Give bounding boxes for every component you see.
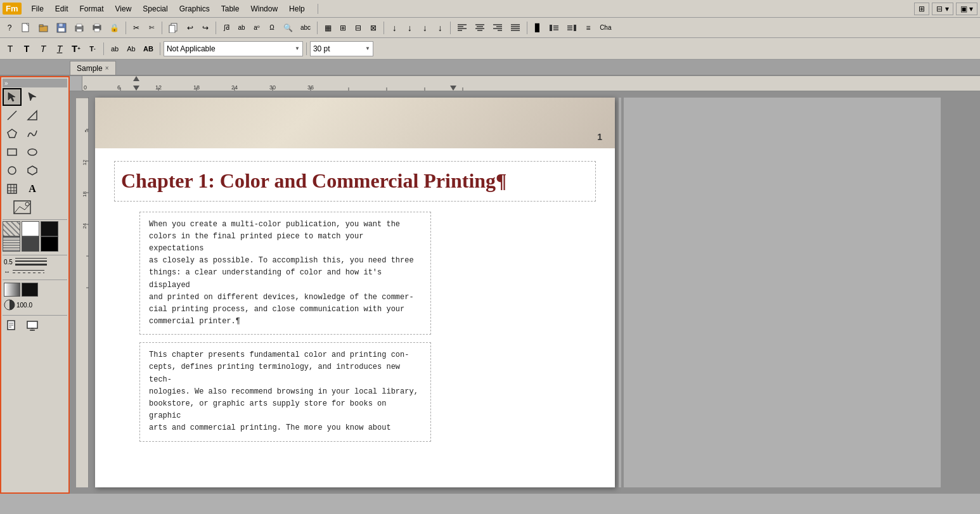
text-tool-btn[interactable]: A (23, 180, 42, 198)
fill-black-btn[interactable] (41, 221, 58, 236)
ruler-mark-18: 18 (193, 84, 200, 91)
font-size-dropdown[interactable]: 30 pt ▼ (310, 41, 373, 56)
shape-wedge-btn[interactable] (23, 106, 42, 124)
menu-window[interactable]: Window (245, 3, 283, 15)
line-tool-btn[interactable] (3, 106, 22, 124)
menu-view[interactable]: View (110, 3, 137, 15)
ellipse-tool-btn[interactable] (23, 143, 42, 161)
menu-edit[interactable]: Edit (50, 3, 74, 15)
rect-tool-btn[interactable] (3, 143, 22, 161)
document-view-btn[interactable] (3, 317, 22, 335)
select-tool-btn[interactable] (3, 88, 22, 106)
align-left-btn[interactable] (454, 20, 470, 35)
ab-lowercase-btn[interactable]: ab (107, 41, 122, 57)
t-italic-underline-btn[interactable]: T (52, 41, 67, 57)
hexagon-tool-btn[interactable] (23, 162, 42, 179)
cut-btn[interactable]: ✂ (129, 20, 143, 35)
ruler-mark-36: 36 (307, 84, 314, 91)
lock-btn[interactable]: 🔒 (106, 20, 122, 35)
fill-white-btn[interactable] (22, 221, 39, 236)
svg-rect-53 (14, 201, 30, 214)
right-panel (624, 98, 941, 487)
abc-btn[interactable]: abc (297, 20, 314, 35)
menu-special[interactable]: Special (138, 3, 172, 15)
arrow-down3-btn[interactable]: ↓ (418, 20, 432, 35)
toolbox-expand-btn[interactable]: » (4, 80, 8, 87)
vrule-mark-24: 24 (82, 223, 87, 229)
t-italic-btn[interactable]: T (35, 41, 51, 57)
table-insert2-btn[interactable]: ⊞ (336, 20, 350, 35)
search-btn[interactable]: 🔍 (280, 20, 296, 35)
align-block1-btn[interactable]: ▊ (531, 20, 545, 35)
t-normal-btn[interactable]: T (3, 41, 18, 57)
fill-row-2 (3, 236, 67, 252)
screen-view-btn[interactable] (23, 317, 42, 335)
polygon-tool-btn[interactable] (3, 125, 22, 143)
menu-table[interactable]: Table (216, 3, 245, 15)
freehand-tool-btn[interactable] (23, 125, 42, 143)
copy-special-btn[interactable] (165, 20, 182, 35)
print-setup-btn[interactable] (71, 20, 87, 35)
thesaurus-btn[interactable]: Ω (265, 20, 279, 35)
save-btn[interactable] (53, 20, 70, 35)
svg-rect-9 (77, 29, 82, 32)
pointer-tool-btn[interactable] (23, 88, 42, 106)
new-btn[interactable] (18, 20, 34, 35)
menu-file[interactable]: File (27, 3, 49, 15)
arrow-down4-btn[interactable]: ↓ (433, 20, 447, 35)
align-justify-btn[interactable] (507, 20, 524, 35)
align-block3-btn[interactable] (564, 20, 580, 35)
tint-gray-btn[interactable] (4, 283, 20, 297)
page-canvas[interactable]: 5 12 18 24 1 Chapter 1: Color and Commer… (70, 91, 980, 494)
display-view-btn[interactable]: ▣ ▾ (956, 3, 977, 15)
open-btn[interactable] (35, 20, 52, 35)
find-change-btn[interactable]: ʃƌ (219, 20, 233, 35)
print-btn[interactable] (89, 20, 105, 35)
Ab-titlecase-btn[interactable]: Ab (124, 41, 139, 57)
fill-pattern2-btn[interactable] (3, 236, 20, 252)
document-area: 0 6 12 18 24 (70, 76, 980, 494)
fonts-btn[interactable]: aᶛ (250, 20, 264, 35)
table-insert1-btn[interactable]: ▦ (321, 20, 335, 35)
toolbox-row-1 (3, 88, 67, 106)
help-btn[interactable]: ? (3, 20, 16, 35)
menu-graphics[interactable]: Graphics (174, 3, 215, 15)
spell-btn[interactable]: ab (235, 20, 248, 35)
cut2-btn[interactable]: ✄ (145, 20, 158, 35)
align-center-btn[interactable] (472, 20, 488, 35)
line-style-label: ↔ (4, 268, 10, 275)
t-bold-btn[interactable]: T (19, 41, 34, 57)
image-tool-btn[interactable] (3, 198, 42, 216)
menu-help[interactable]: Help (284, 3, 310, 15)
line-section: 0.5 ↔ (3, 255, 67, 276)
table-tool-btn[interactable] (3, 180, 22, 198)
svg-rect-5 (59, 23, 63, 27)
circle-tool-btn[interactable] (3, 162, 22, 179)
paragraph-tag-dropdown[interactable]: Not Applicable ▼ (164, 41, 303, 56)
char-format-btn[interactable]: Cha (596, 20, 614, 35)
table-insert4-btn[interactable]: ⊠ (366, 20, 380, 35)
grid-view-btn[interactable]: ⊟ ▾ (932, 3, 953, 15)
tab-close-btn[interactable]: × (105, 65, 109, 72)
t-smaller-btn[interactable]: T- (85, 41, 100, 57)
tint-black-btn[interactable] (22, 283, 38, 297)
fill-pattern-btn[interactable] (3, 221, 20, 236)
document-tab[interactable]: Sample × (70, 61, 116, 75)
tint-section: 100.0 (3, 279, 67, 312)
align-right-btn[interactable] (489, 20, 506, 35)
fill-black2-btn[interactable] (41, 236, 58, 252)
AB-uppercase-btn[interactable]: AB (140, 41, 157, 57)
undo-btn[interactable]: ↩ (183, 20, 197, 35)
paragraph-tag-arrow: ▼ (295, 46, 300, 51)
table-insert3-btn[interactable]: ⊟ (351, 20, 365, 35)
fill-darkgray-btn[interactable] (22, 236, 39, 252)
window-view-btn[interactable]: ⊞ (914, 3, 929, 15)
align-block2-btn[interactable] (546, 20, 562, 35)
arrow-down2-btn[interactable]: ↓ (403, 20, 416, 35)
redo-btn[interactable]: ↪ (198, 20, 212, 35)
arrow-down1-btn[interactable]: ↓ (387, 20, 401, 35)
sep2 (162, 22, 162, 34)
t-larger-btn[interactable]: T+ (68, 41, 84, 57)
menu-format[interactable]: Format (75, 3, 109, 15)
align-block4-btn[interactable]: ≡ (581, 20, 595, 35)
